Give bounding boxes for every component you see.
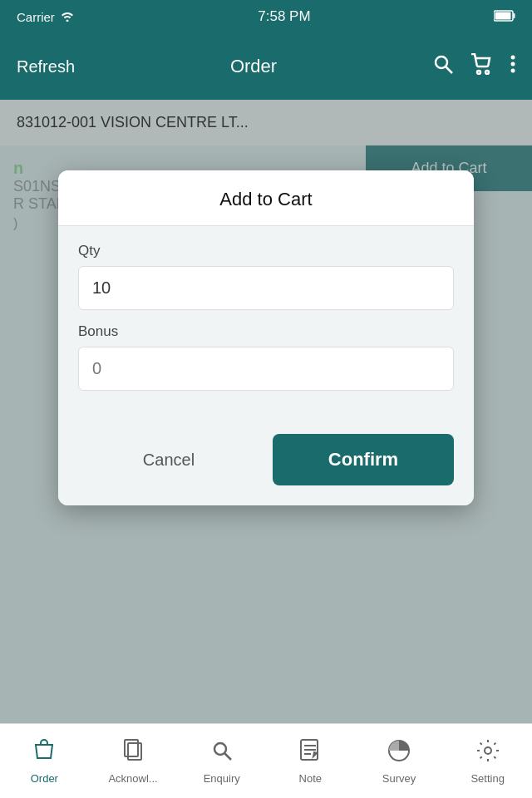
tab-enquiry-label: Enquiry xyxy=(204,772,240,785)
tab-survey[interactable]: Survey xyxy=(355,724,444,798)
qty-input[interactable] xyxy=(78,266,454,310)
modal-title: Add to Cart xyxy=(219,189,312,209)
svg-point-10 xyxy=(511,69,515,73)
bonus-input[interactable] xyxy=(78,347,454,391)
tab-setting[interactable]: Setting xyxy=(443,724,532,798)
svg-point-0 xyxy=(66,19,68,22)
svg-point-20 xyxy=(485,747,491,754)
modal-body: Qty Bonus xyxy=(58,226,474,421)
cancel-button[interactable]: Cancel xyxy=(78,436,259,485)
tab-bar: Order Acknowl... Enquiry xyxy=(0,723,532,798)
carrier-label: Carrier xyxy=(17,10,55,24)
svg-point-8 xyxy=(511,56,515,60)
more-icon[interactable] xyxy=(510,54,515,79)
bonus-label: Bonus xyxy=(78,323,454,340)
setting-icon xyxy=(475,738,500,769)
svg-point-9 xyxy=(511,62,515,66)
status-bar-right xyxy=(494,10,515,24)
enquiry-search-icon xyxy=(209,738,234,769)
svg-point-6 xyxy=(477,71,480,74)
nav-title: Order xyxy=(230,56,277,77)
tab-note[interactable]: Note xyxy=(266,724,355,798)
status-bar: Carrier 7:58 PM xyxy=(0,0,532,33)
svg-point-4 xyxy=(436,57,447,68)
svg-rect-2 xyxy=(514,13,515,18)
refresh-button[interactable]: Refresh xyxy=(17,57,75,76)
svg-point-7 xyxy=(485,71,489,74)
cart-icon[interactable] xyxy=(470,53,494,80)
note-icon xyxy=(298,738,322,769)
tab-acknowl[interactable]: Acknowl... xyxy=(89,724,178,798)
battery-icon xyxy=(494,10,515,24)
nav-icons xyxy=(432,53,515,80)
bag-icon xyxy=(32,738,57,769)
subtitle-bar: 831012-001 VISION CENTRE LT... xyxy=(0,100,532,145)
tab-survey-label: Survey xyxy=(382,772,416,785)
svg-line-14 xyxy=(224,753,231,760)
tab-order[interactable]: Order xyxy=(0,724,89,798)
add-to-cart-modal: Add to Cart Qty Bonus Cancel Confirm xyxy=(58,170,474,505)
svg-rect-3 xyxy=(495,12,511,19)
survey-icon xyxy=(387,738,411,769)
document-icon xyxy=(121,738,145,769)
modal-overlay: Add to Cart Qty Bonus Cancel Confirm xyxy=(0,145,532,769)
qty-label: Qty xyxy=(78,243,454,259)
content-area: n S01NS R STAND 1S ) Add to Cart Add to … xyxy=(0,145,532,769)
status-bar-left: Carrier xyxy=(17,10,75,24)
nav-bar: Refresh Order xyxy=(0,33,532,100)
search-icon[interactable] xyxy=(432,53,454,80)
tab-order-label: Order xyxy=(31,772,58,785)
confirm-button[interactable]: Confirm xyxy=(273,434,454,485)
tab-enquiry[interactable]: Enquiry xyxy=(177,724,266,798)
modal-footer: Cancel Confirm xyxy=(58,421,474,505)
svg-line-5 xyxy=(446,67,453,74)
status-bar-time: 7:58 PM xyxy=(258,8,310,25)
wifi-icon xyxy=(60,10,75,24)
tab-acknowl-label: Acknowl... xyxy=(108,772,157,785)
modal-title-bar: Add to Cart xyxy=(58,170,474,226)
tab-setting-label: Setting xyxy=(470,772,504,785)
tab-note-label: Note xyxy=(299,772,322,785)
svg-point-13 xyxy=(214,743,226,755)
subtitle-text: 831012-001 VISION CENTRE LT... xyxy=(17,114,249,131)
